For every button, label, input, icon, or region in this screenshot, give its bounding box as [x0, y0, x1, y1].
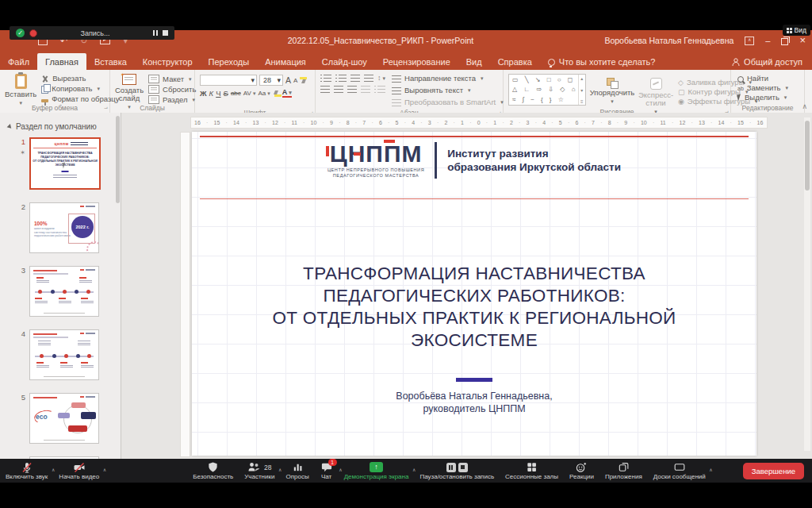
shrink-font-button[interactable]: A — [293, 76, 297, 85]
pause-icon[interactable] — [446, 463, 456, 472]
grow-font-button[interactable]: A — [285, 76, 291, 85]
whiteboard-options-caret[interactable] — [709, 460, 712, 475]
tab-transitions[interactable]: Переходы — [201, 53, 258, 70]
clipboard-dialog-launcher[interactable]: ⌐ — [104, 105, 108, 112]
tab-help[interactable]: Справка — [490, 53, 540, 70]
whiteboards-button[interactable]: Доски сообщений — [648, 459, 711, 483]
panel-scrollbar[interactable] — [116, 116, 120, 203]
convert-smartart-button[interactable]: Преобразовать в SmartArt — [392, 98, 504, 106]
layout-button[interactable]: Макет — [148, 75, 196, 83]
select-button[interactable]: Выделить — [737, 94, 804, 102]
justify-icon[interactable] — [361, 86, 370, 93]
increase-indent-icon[interactable] — [364, 75, 373, 82]
find-label: Найти — [747, 75, 768, 83]
replace-button[interactable]: abЗаменить — [737, 84, 804, 92]
tab-view[interactable]: Вид — [458, 53, 490, 70]
video-button[interactable]: Начать видео — [53, 459, 105, 483]
security-button[interactable]: Безопасность — [187, 459, 239, 483]
drawing-group: ▭ ╲ ↘ □ ○ ◻ △ ∟ ⇨ ⇩ ◇ ⌂ ≈ ∫ ~ { } ☆ ▴▾≡ … — [504, 70, 731, 117]
ribbon-spacer: ∧ — [805, 70, 812, 113]
end-meeting-button[interactable]: Завершение — [743, 463, 804, 479]
clear-formatting-icon[interactable] — [300, 77, 307, 83]
format-painter-button[interactable]: Формат по образцу — [41, 95, 119, 103]
thumb-text-block — [60, 362, 73, 369]
video-options-caret[interactable] — [103, 460, 106, 475]
tab-home[interactable]: Главная — [37, 53, 86, 70]
slide-thumbnail-3[interactable] — [29, 266, 99, 317]
text-shadow-button[interactable]: abc — [231, 89, 241, 98]
zoom-view-button[interactable]: Вид — [783, 25, 810, 36]
ribbon-display-options-icon[interactable]: ∧ — [745, 37, 754, 45]
tab-insert[interactable]: Вставка — [86, 53, 135, 70]
font-color-button[interactable]: А — [282, 89, 292, 98]
shapes-gallery-scrollbar[interactable]: ▴▾≡ — [578, 75, 586, 105]
strikethrough-button[interactable]: S — [224, 89, 228, 98]
tab-design[interactable]: Конструктор — [135, 53, 201, 70]
shape-row-3[interactable]: ≈ ∫ ~ { } ☆ — [512, 96, 578, 103]
stop-recording-button[interactable] — [163, 30, 168, 36]
cut-button[interactable]: Вырезать — [41, 75, 119, 83]
pause-recording-button[interactable] — [153, 30, 158, 36]
slide-title[interactable]: ТРАНСФОРМАЦИЯ НАСТАВНИЧЕСТВА ПЕДАГОГИЧЕС… — [192, 263, 756, 352]
slide-thumbnail-5[interactable]: eco — [29, 393, 99, 444]
section-button[interactable]: Раздел — [148, 95, 196, 104]
align-center-icon[interactable] — [334, 86, 343, 93]
section-header[interactable]: Раздел по умолчанию — [8, 122, 121, 131]
shapes-gallery[interactable]: ▭ ╲ ↘ □ ○ ◻ △ ∟ ⇨ ⇩ ◇ ⌂ ≈ ∫ ~ { } ☆ ▴▾≡ — [508, 74, 586, 106]
numbering-icon[interactable] — [335, 75, 347, 82]
font-name-combobox[interactable]: ▾ — [200, 75, 257, 86]
close-icon[interactable]: × — [799, 36, 806, 45]
slide-thumbnail-1[interactable]: ЦНППМ ТРАНСФОРМАЦИЯ НАСТАВНИЧЕСТВАПЕДАГО… — [29, 137, 101, 190]
copy-button[interactable]: Копировать — [41, 84, 119, 94]
line-spacing-icon[interactable]: ↕ — [377, 75, 385, 82]
slide-author[interactable]: Воробьёва Наталья Геннадьевна, руководит… — [192, 390, 756, 415]
minimize-icon[interactable]: – — [765, 37, 770, 44]
breakout-rooms-button[interactable]: Сессионные залы — [500, 459, 564, 483]
reset-button[interactable]: Сбросить — [148, 85, 196, 94]
mute-button[interactable]: Включить звук — [0, 459, 53, 483]
reactions-button[interactable]: Реакции — [564, 459, 599, 483]
align-left-icon[interactable] — [320, 86, 330, 93]
tab-file[interactable]: Файл — [0, 53, 37, 70]
columns-icon[interactable] — [374, 86, 385, 93]
thumb-box-navy — [81, 412, 96, 419]
find-button[interactable]: Найти — [737, 75, 804, 83]
shape-row-2[interactable]: △ ∟ ⇨ ⇩ ◇ ⌂ — [512, 86, 578, 93]
italic-button[interactable]: К — [209, 89, 214, 98]
slide-thumbnail-4[interactable] — [29, 329, 99, 380]
highlight-color-button[interactable] — [273, 90, 280, 97]
share-screen-button[interactable]: ↑ Демонстрация экрана — [339, 459, 415, 483]
restore-icon[interactable] — [781, 38, 788, 45]
stop-icon[interactable] — [458, 463, 468, 472]
editor-scrollbar[interactable] — [804, 117, 810, 451]
apps-button[interactable]: Приложения — [599, 459, 648, 483]
account-name[interactable]: Воробьева Наталья Геннадьевна — [604, 36, 733, 45]
align-text-button[interactable]: Выровнять текст — [392, 87, 504, 94]
smartart-icon — [392, 99, 401, 106]
tab-review[interactable]: Рецензирование — [375, 53, 458, 70]
change-case-button[interactable]: Аа — [258, 89, 270, 98]
participants-button[interactable]: 28 Участники — [239, 459, 280, 483]
collapse-ribbon-chevron[interactable]: ∧ — [802, 102, 807, 110]
decrease-indent-icon[interactable] — [350, 75, 360, 82]
font-size-combobox[interactable]: 28▾ — [259, 75, 283, 86]
text-direction-button[interactable]: Направление текста — [392, 75, 504, 83]
character-spacing-button[interactable]: AV — [243, 89, 256, 98]
breakout-rooms-icon — [526, 461, 538, 473]
tab-animations[interactable]: Анимация — [257, 53, 314, 70]
tell-me-box[interactable]: Что вы хотите сделать? — [540, 53, 664, 70]
polls-label: Опросы — [285, 474, 308, 480]
slide-thumbnail-2[interactable]: 100% школ внедрилисистему наставничества… — [29, 202, 99, 253]
thumb-red-line — [33, 148, 97, 148]
bullets-icon[interactable] — [320, 75, 331, 82]
polls-button[interactable]: Опросы — [280, 459, 314, 483]
slide-canvas[interactable]: ЦНППМ ЦЕНТР НЕПРЕРЫВНОГО ПОВЫШЕНИЯ ПЕДАГ… — [192, 132, 756, 456]
shape-row-1[interactable]: ▭ ╲ ↘ □ ○ ◻ — [512, 76, 578, 83]
chat-button[interactable]: Чат 1 — [315, 459, 339, 483]
share-button[interactable]: Общий доступ — [722, 53, 812, 70]
underline-button[interactable]: Ч — [216, 89, 220, 98]
align-right-icon[interactable] — [347, 86, 357, 93]
pause-stop-recording-button[interactable]: Пауза/остановить запись — [414, 459, 500, 483]
bold-button[interactable]: Ж — [200, 89, 207, 98]
tab-slideshow[interactable]: Слайд-шоу — [314, 53, 375, 70]
